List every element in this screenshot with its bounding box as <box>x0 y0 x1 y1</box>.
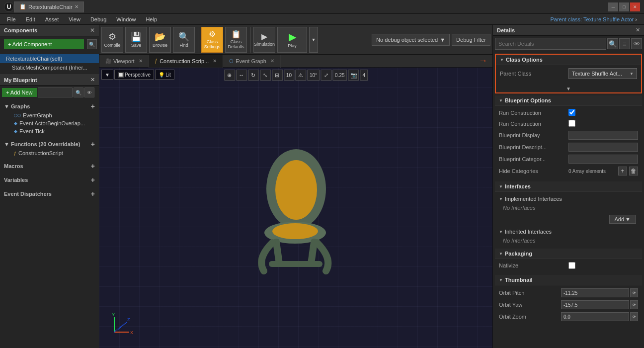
move-tool-button[interactable]: ↔ <box>236 70 247 81</box>
blueprint-display-input[interactable] <box>568 131 638 140</box>
scale-tool-button[interactable]: ⤡ <box>260 70 271 81</box>
simulation-button[interactable]: ▶ Simulation <box>253 27 275 53</box>
run-construction-checkbox-1[interactable] <box>568 109 575 116</box>
save-button[interactable]: 💾 Save <box>125 27 147 53</box>
add-new-button[interactable]: + Add New <box>2 88 37 97</box>
graphs-section-header[interactable]: ▼ Graphs + <box>4 101 95 111</box>
rotate-tool-button[interactable]: ↻ <box>248 70 259 81</box>
macros-section-header[interactable]: Macros + <box>4 161 95 171</box>
browse-button[interactable]: 📂 Browse <box>149 27 171 53</box>
bp-item-beginoverlap[interactable]: ◆ Event ActorBeginOverlap... <box>4 119 95 127</box>
bp-item-constructionscript[interactable]: ƒ ConstructionScript <box>4 149 95 157</box>
blueprint-options-body: Run Construction Run Construction <box>495 106 642 181</box>
class-options-header[interactable]: ▼ Class Options <box>496 55 641 65</box>
add-component-button[interactable]: + Add Component <box>4 39 84 49</box>
find-button[interactable]: 🔍 Find <box>173 27 195 53</box>
variables-section-header[interactable]: Variables + <box>4 175 95 185</box>
select-tool-button[interactable]: ⊕ <box>224 70 235 81</box>
interfaces-section-header[interactable]: ▼ Interfaces <box>495 181 642 192</box>
angle-tool-button[interactable]: ⚠ <box>295 70 306 81</box>
compile-button[interactable]: ⚙ Compile <box>101 27 123 53</box>
macros-add-button[interactable]: + <box>91 162 95 170</box>
component-item-staticmesh[interactable]: StaticMeshComponent (Inher... <box>0 63 99 72</box>
interfaces-section: ▼ Interfaces ▼ Implemented Interfaces No… <box>495 181 642 249</box>
maximize-button[interactable]: □ <box>619 2 629 11</box>
parent-class-dropdown[interactable]: Texture Shuffle Act... ▼ <box>568 68 637 79</box>
functions-add-button[interactable]: + <box>91 140 95 148</box>
play-dropdown-button[interactable]: ▼ <box>309 27 318 53</box>
minimize-button[interactable]: ─ <box>608 2 618 11</box>
class-options-expand-button[interactable]: ▼ <box>566 86 571 91</box>
variables-add-button[interactable]: + <box>91 176 95 184</box>
class-defaults-button[interactable]: 📋 Class Defaults <box>225 27 247 53</box>
perspective-button[interactable]: 🔲 Perspective <box>114 70 154 80</box>
search-details-input[interactable] <box>495 38 606 50</box>
menu-file[interactable]: File <box>2 15 21 23</box>
lit-button[interactable]: 💡 Lit <box>155 70 174 80</box>
event-tick-icon: ◆ <box>14 129 17 134</box>
hide-categories-delete-button[interactable]: 🗑 <box>629 167 638 175</box>
blueprint-search-button[interactable]: 🔍 <box>74 87 83 97</box>
graphs-add-button[interactable]: + <box>91 102 95 110</box>
class-settings-button[interactable]: ⚙ Class Settings <box>201 27 223 53</box>
class-options-section: ▼ Class Options Parent Class Texture Shu… <box>495 54 642 93</box>
viewport-area[interactable]: ▼ 🔲 Perspective 💡 Lit ⊕ ↔ ↻ ⤡ ⊞ 10 ⚠ <box>99 68 492 348</box>
right-panel: Details ✕ 🔍 ≡ 👁 ▼ Class Options Parent C… <box>492 25 644 348</box>
component-item-self[interactable]: RetexturableChair(self) <box>0 54 99 63</box>
maximize-vp-button[interactable]: ⤢ <box>321 70 331 81</box>
menu-debug[interactable]: Debug <box>85 15 111 23</box>
add-interface-button[interactable]: Add ▼ <box>609 215 636 224</box>
menu-edit[interactable]: Edit <box>21 15 40 23</box>
orbit-yaw-input[interactable] <box>561 300 629 309</box>
run-construction-checkbox-2[interactable] <box>568 120 575 127</box>
menu-view[interactable]: View <box>64 15 85 23</box>
component-search-button[interactable]: 🔍 <box>87 39 97 49</box>
tab-viewport[interactable]: 🎥 Viewport ✕ <box>99 55 149 68</box>
orbit-zoom-input[interactable] <box>561 312 629 321</box>
blueprint-search-input[interactable] <box>38 87 73 97</box>
close-button[interactable]: ✕ <box>630 2 640 11</box>
main-tab[interactable]: 📋 RetexturableChair ✕ <box>14 1 84 12</box>
bp-item-eventgraph[interactable]: ⬡⬡ EventGraph <box>4 111 95 119</box>
play-button[interactable]: ▶ Play <box>277 27 307 53</box>
event-dispatchers-add-button[interactable]: + <box>91 190 95 198</box>
event-dispatchers-header[interactable]: Event Dispatchers + <box>4 189 95 199</box>
functions-section-header[interactable]: ▼ Functions (20 Overridable) + <box>4 139 95 149</box>
components-close-button[interactable]: ✕ <box>90 27 95 34</box>
menu-window[interactable]: Window <box>111 15 141 23</box>
orbit-yaw-spin-button[interactable]: ⟳ <box>630 300 638 309</box>
details-close-button[interactable]: ✕ <box>636 27 640 33</box>
search-details-button[interactable]: 🔍 <box>607 38 618 49</box>
packaging-header[interactable]: ▼ Packaging <box>495 249 642 259</box>
orbit-zoom-spin-button[interactable]: ⟳ <box>630 312 638 321</box>
blueprint-options-header[interactable]: ▼ Blueprint Options <box>495 95 642 106</box>
viewport-tab-close[interactable]: ✕ <box>139 58 143 64</box>
menu-asset[interactable]: Asset <box>40 15 64 23</box>
function-icon: ƒ <box>14 151 16 156</box>
camera-button[interactable]: 📷 <box>348 70 359 81</box>
no-implemented-interfaces-label: No Interfaces <box>499 203 638 213</box>
grid-tool-button[interactable]: ⊞ <box>272 70 283 81</box>
blueprint-category-input[interactable] <box>568 155 638 164</box>
orbit-pitch-input[interactable] <box>561 288 629 297</box>
debug-object-dropdown[interactable]: No debug object selected ▼ <box>372 34 450 46</box>
details-list-view-button[interactable]: ≡ <box>619 38 630 49</box>
thumbnail-header[interactable]: ▼ Thumbnail <box>495 275 642 285</box>
viewport-expand-button[interactable]: ▼ <box>101 70 113 80</box>
details-eye-button[interactable]: 👁 <box>631 38 642 49</box>
tab-event-graph[interactable]: ⬡ Event Graph ✕ <box>223 55 281 68</box>
blueprint-options-section: ▼ Blueprint Options Run Construction Run… <box>495 95 642 181</box>
my-blueprint-close-button[interactable]: ✕ <box>90 77 95 83</box>
tab-close-button[interactable]: ✕ <box>75 4 79 9</box>
blueprint-filter-button[interactable]: 👁 <box>84 87 94 97</box>
nativize-checkbox[interactable] <box>568 262 575 269</box>
inherited-interfaces-header: ▼ Inherited Interfaces <box>499 228 638 236</box>
construction-tab-close[interactable]: ✕ <box>213 58 217 64</box>
orbit-pitch-spin-button[interactable]: ⟳ <box>630 288 638 297</box>
hide-categories-add-button[interactable]: + <box>618 167 627 175</box>
blueprint-description-input[interactable] <box>568 143 638 152</box>
event-graph-tab-close[interactable]: ✕ <box>270 58 274 64</box>
menu-help[interactable]: Help <box>141 15 162 23</box>
bp-item-eventtick[interactable]: ◆ Event Tick <box>4 127 95 135</box>
tab-construction-script[interactable]: ƒ Construction Scrip... ✕ <box>149 55 224 68</box>
